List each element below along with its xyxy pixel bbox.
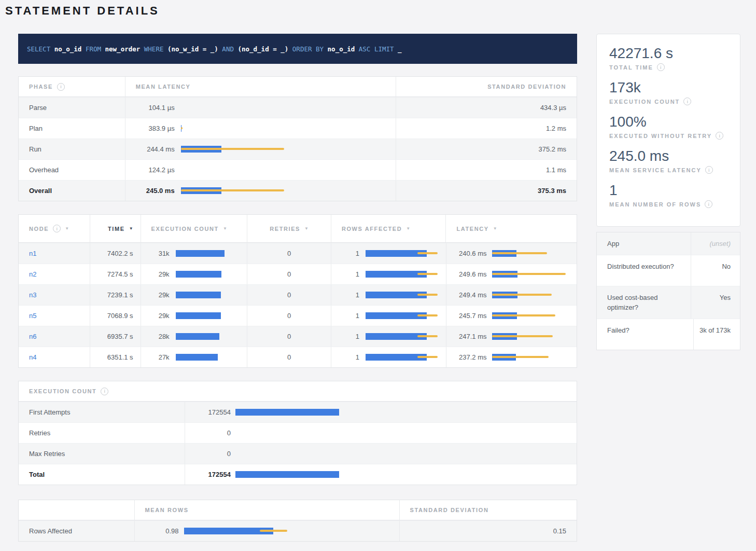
sql-keyword: LIMIT [374,45,394,53]
node-rows-affected: 1 [331,333,359,340]
statement-attributes-table: App (unset) Distributed execution? No Us… [596,232,740,350]
info-icon[interactable]: i [57,83,65,91]
content: SELECT no_o_id FROM new_order WHERE (no_… [0,34,756,542]
node-retries: 0 [247,243,331,264]
exec-row-label: First Attempts [19,402,185,422]
exec-count-bar-chart [235,409,557,416]
table-row: Rows Affected 0.98 0.15 [19,520,577,541]
phase-table: PHASE i MEAN LATENCY STANDARD DEVIATION … [18,76,577,201]
attribute-label: Used cost-based optimizer? [597,286,691,319]
attribute-row-distributed: Distributed execution? No [597,255,740,286]
node-retries: 0 [247,306,331,326]
execution-count-table: EXECUTION COUNT i First Attempts 172554 … [18,381,577,485]
phase-column-header: PHASE i [19,77,125,97]
rows-affected-bar-chart [366,292,441,298]
latency-bar-chart [181,187,290,194]
sort-desc-icon[interactable]: ▼ [304,226,309,231]
table-row: Run 244.4 ms 375.2 ms [19,139,577,159]
std-deviation-value: 1.2 ms [396,118,577,139]
retries-column-header[interactable]: RETRIES ▼ [247,215,331,242]
sql-statement-box: SELECT no_o_id FROM new_order WHERE (no_… [18,34,577,64]
std-deviation-value: 375.2 ms [396,139,577,159]
exec-count-bar-chart [235,450,557,457]
stat-value: 42271.6 s [609,45,727,62]
rows-affected-column-header[interactable]: ROWS AFFECTED ▼ [331,215,446,242]
exec-count-bar-chart [176,312,238,319]
info-icon[interactable]: i [705,200,712,208]
rows-affected-label: Rows Affected [19,521,134,541]
sort-desc-icon[interactable]: ▼ [406,226,410,231]
phase-name: Plan [19,118,125,139]
node-column-header[interactable]: NODE i ▼ [19,215,90,242]
node-exec-count: 29k [141,270,170,278]
execution-count-title: EXECUTION COUNT i [19,381,108,401]
empty-column-header [19,500,134,520]
sql-identifier: (no_w_id = _) [167,45,218,53]
sort-desc-icon[interactable]: ▼ [223,226,227,231]
table-row: First Attempts 172554 [19,402,577,422]
node-link[interactable]: n6 [29,333,36,340]
info-icon[interactable]: i [53,225,61,232]
info-icon[interactable]: i [101,388,108,395]
node-exec-count: 29k [141,291,170,299]
info-icon[interactable]: i [716,132,723,140]
mean-latency-value: 244.4 ms [136,145,175,153]
node-link[interactable]: n1 [29,250,36,257]
sql-statement: SELECT no_o_id FROM new_order WHERE (no_… [27,45,402,53]
execution-count-column-header[interactable]: EXECUTION COUNT ▼ [141,215,247,242]
latency-bar-chart [181,125,290,132]
main-column: SELECT no_o_id FROM new_order WHERE (no_… [18,34,577,542]
latency-bar-chart [492,250,570,257]
table-row-total: Total 172554 [19,464,577,485]
stat-label: MEAN SERVICE LATENCY [609,167,702,173]
node-link[interactable]: n2 [29,270,36,278]
node-table: NODE i ▼ TIME ▼ EXECUTION COUNT ▼ RETRIE… [18,214,577,368]
node-exec-count: 28k [141,333,170,340]
stat-total-time: 42271.6 s TOTAL TIMEi [609,45,727,71]
latency-column-header[interactable]: LATENCY ▼ [445,215,577,242]
node-time: 6935.7 s [90,326,141,347]
info-icon[interactable]: i [683,98,691,105]
summary-stats-card: 42271.6 s TOTAL TIMEi 173k EXECUTION COU… [596,34,740,227]
time-column-header[interactable]: TIME ▼ [90,215,141,242]
phase-name: Parse [19,98,125,118]
sort-desc-icon[interactable]: ▼ [129,226,133,231]
info-icon[interactable]: i [657,63,665,71]
node-rows-affected: 1 [331,312,359,320]
info-icon[interactable]: i [705,166,713,174]
mean-rows-column-header: MEAN ROWS [134,500,399,520]
stat-label: TOTAL TIME [609,64,653,71]
node-link[interactable]: n4 [29,353,36,361]
latency-bar-chart [181,167,290,173]
node-latency: 249.6 ms [446,270,487,278]
std-deviation-value: 375.3 ms [396,181,577,201]
exec-count-bar-chart [176,292,238,298]
node-link[interactable]: n3 [29,291,36,299]
rows-affected-table-header: MEAN ROWS STANDARD DEVIATION [19,500,577,520]
sql-identifier: no_o_id [328,45,355,53]
mean-latency-value: 383.9 µs [136,125,175,132]
stat-label: EXECUTED WITHOUT RETRY [609,133,712,139]
sql-keyword: ORDER BY [292,45,324,53]
node-row: n2 7274.5 s 29k 0 1 249.6 ms [19,264,577,284]
node-time: 7239.1 s [90,285,141,305]
phase-name: Overall [19,181,125,201]
mean-latency-value: 124.2 µs [136,166,175,174]
exec-count-bar-chart [176,250,238,257]
node-retries: 0 [247,285,331,305]
attribute-label: App [597,232,691,255]
mean-latency-column-header: MEAN LATENCY [125,77,396,97]
std-deviation-column-header: STANDARD DEVIATION [396,77,577,97]
sql-keyword: WHERE [144,45,164,53]
latency-bar-chart [492,292,570,298]
table-row: Retries 0 [19,422,577,443]
latency-bar-chart [181,146,290,153]
node-link[interactable]: n5 [29,312,36,320]
sort-desc-icon[interactable]: ▼ [493,226,497,231]
node-latency: 245.7 ms [446,312,487,320]
node-row: n1 7402.2 s 31k 0 1 240.6 ms [19,243,577,264]
attribute-value: (unset) [691,232,740,255]
exec-row-value: 172554 [185,408,231,416]
attribute-label: Distributed execution? [597,255,691,286]
sort-desc-icon[interactable]: ▼ [65,226,69,231]
